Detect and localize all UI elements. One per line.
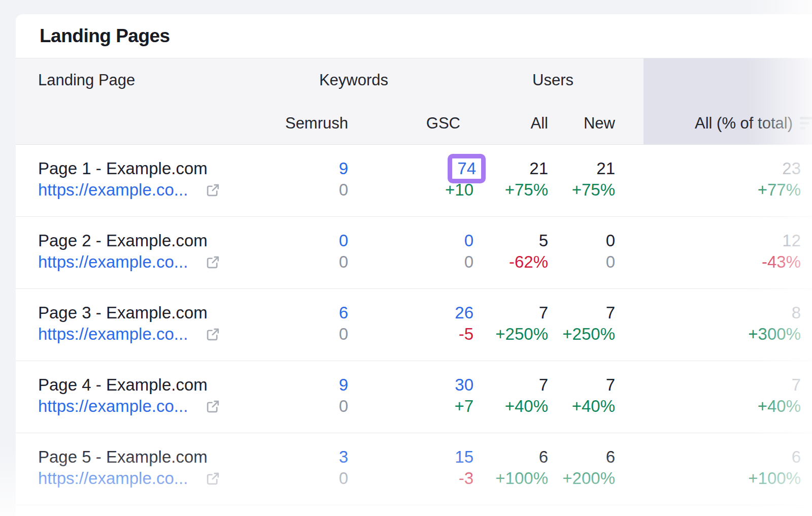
semrush-keywords-link[interactable]: 0	[269, 230, 348, 251]
semrush-keywords-link[interactable]: 9	[269, 374, 348, 396]
page-url-link[interactable]: https://example.co...	[38, 396, 188, 417]
page-url-link[interactable]: https://example.co...	[38, 251, 188, 273]
semrush-keywords-link[interactable]: 6	[269, 302, 348, 324]
users-new-delta: 0	[548, 251, 615, 273]
all-pct-delta: -43%	[615, 251, 801, 273]
gsc-keywords-link[interactable]: 26	[348, 302, 473, 324]
users-all-delta: +75%	[473, 179, 548, 201]
all-pct-delta: +40%	[615, 396, 801, 417]
page-url-link[interactable]: https://example.co...	[38, 179, 188, 201]
users-new-value: 7	[548, 374, 615, 396]
page-url-link[interactable]: https://example.co...	[38, 468, 188, 489]
all-pct-value: 12	[615, 230, 801, 251]
semrush-keywords-link[interactable]: 3	[269, 446, 348, 468]
page-name: Page 5 - Example.com	[16, 446, 269, 468]
all-pct-delta: +77%	[615, 179, 801, 201]
all-pct-delta: +300%	[615, 324, 801, 345]
page-name: Page 2 - Example.com	[16, 230, 269, 251]
all-pct-delta: +100%	[615, 468, 801, 489]
users-new-delta: +250%	[548, 324, 615, 345]
semrush-keywords-delta: 0	[269, 251, 348, 273]
gsc-keywords-delta: +7	[348, 396, 473, 417]
users-new-value: 0	[548, 230, 615, 251]
gsc-keywords-link[interactable]: 0	[348, 230, 473, 251]
gsc-keywords-link[interactable]: 30	[348, 374, 473, 396]
external-link-icon[interactable]	[205, 399, 221, 414]
users-new-delta: +75%	[548, 179, 615, 201]
table-row: Page 1 - Example.com https://example.co.…	[16, 145, 812, 217]
users-new-value: 6	[548, 446, 615, 468]
all-pct-value: 8	[615, 302, 801, 324]
users-all-delta: +100%	[473, 468, 548, 489]
page-name: Page 1 - Example.com	[16, 158, 269, 179]
gsc-keywords-delta: +10	[348, 179, 473, 201]
page-name: Page 3 - Example.com	[16, 302, 269, 324]
external-link-icon[interactable]	[205, 471, 221, 487]
gsc-keywords-link[interactable]: 15	[348, 446, 473, 468]
users-all-value: 6	[473, 446, 548, 468]
semrush-keywords-delta: 0	[269, 396, 348, 417]
landing-pages-card: Landing Pages Landing Page Keywords User…	[16, 14, 812, 516]
users-all-value: 21	[473, 158, 548, 179]
col-group-users: Users	[482, 71, 624, 89]
page-name: Page 4 - Example.com	[16, 374, 269, 396]
col-header-all-pct-of-total[interactable]: All (% of total)	[615, 114, 801, 133]
semrush-keywords-delta: 0	[269, 179, 348, 201]
users-all-delta: -62%	[473, 251, 548, 273]
users-all-value: 7	[473, 374, 548, 396]
table-header: Landing Page Keywords Users Semrush GSC …	[16, 58, 812, 145]
col-header-users-new[interactable]: New	[548, 114, 615, 133]
table-row: Page 5 - Example.com https://example.co.…	[16, 433, 812, 505]
col-group-keywords: Keywords	[252, 71, 456, 89]
col-header-gsc[interactable]: GSC	[348, 114, 473, 133]
semrush-keywords-delta: 0	[269, 324, 348, 345]
col-header-users-all[interactable]: All	[473, 114, 548, 133]
col-header-semrush[interactable]: Semrush	[269, 114, 348, 133]
col-header-all-pct-label: All (% of total)	[695, 114, 793, 133]
users-new-delta: +40%	[548, 396, 615, 417]
all-pct-value: 7	[615, 374, 801, 396]
users-all-value: 7	[473, 302, 548, 324]
gsc-keywords-delta: -3	[348, 468, 473, 489]
gsc-keywords-delta: 0	[348, 251, 473, 273]
external-link-icon[interactable]	[205, 182, 221, 198]
users-all-delta: +250%	[473, 324, 548, 345]
semrush-keywords-delta: 0	[269, 468, 348, 489]
gsc-keywords-delta: -5	[348, 324, 473, 345]
table-row: Page 2 - Example.com https://example.co.…	[16, 217, 812, 289]
sort-descending-icon[interactable]	[800, 117, 812, 130]
col-header-landing-page: Landing Page	[16, 71, 269, 89]
all-pct-value: 23	[615, 158, 801, 179]
page-url-link[interactable]: https://example.co...	[38, 324, 188, 345]
all-pct-value: 6	[615, 446, 801, 468]
semrush-keywords-link[interactable]: 9	[269, 158, 348, 179]
users-all-value: 5	[473, 230, 548, 251]
users-new-value: 7	[548, 302, 615, 324]
table-row: Page 4 - Example.com https://example.co.…	[16, 361, 812, 433]
table-row: Page 3 - Example.com https://example.co.…	[16, 289, 812, 361]
external-link-icon[interactable]	[205, 327, 221, 342]
card-title-bar: Landing Pages	[16, 14, 812, 58]
users-all-delta: +40%	[473, 396, 548, 417]
external-link-icon[interactable]	[205, 254, 221, 270]
page-title: Landing Pages	[40, 25, 170, 47]
users-new-value: 21	[548, 158, 615, 179]
users-new-delta: +200%	[548, 468, 615, 489]
